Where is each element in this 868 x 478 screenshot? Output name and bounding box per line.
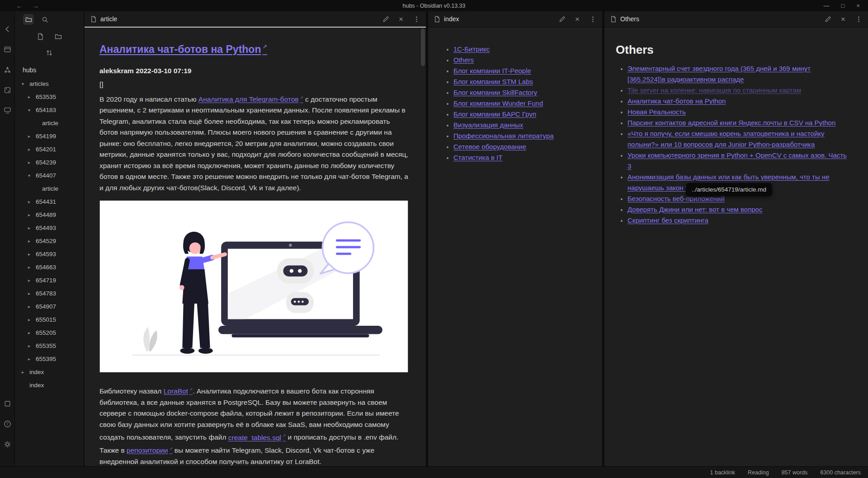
index-link[interactable]: Статистика в IT xyxy=(453,154,502,161)
backlink-count[interactable]: 1 backlink xyxy=(710,469,736,476)
collapse-sidebar-icon[interactable] xyxy=(3,25,11,33)
tree-item[interactable]: ▾ 654407 xyxy=(15,169,84,182)
help-icon[interactable]: ? xyxy=(3,420,11,428)
index-pane-header[interactable]: index × xyxy=(428,11,602,28)
close-button[interactable]: × xyxy=(856,3,860,9)
tree-item-label: index xyxy=(29,369,44,375)
list-item: Элементарный счет звездного года (365 дн… xyxy=(627,63,848,85)
collapse-arrow-icon: ▾ xyxy=(28,173,36,178)
article-tab: article xyxy=(90,15,117,23)
minimize-button[interactable]: — xyxy=(824,3,830,9)
tree-item[interactable]: ▸ 655015 xyxy=(15,313,84,326)
tree-item[interactable]: ▾ 654183 xyxy=(15,103,84,117)
tree-item-label: 654199 xyxy=(36,133,56,140)
others-link[interactable]: Tile server на коленке: навигация по ста… xyxy=(627,86,801,94)
index-link[interactable]: Блог компании БАРС Груп xyxy=(453,110,536,118)
history-forward-icon[interactable]: → xyxy=(33,3,39,9)
slides-icon[interactable] xyxy=(3,106,11,114)
tree-item[interactable]: ▸ 653535 xyxy=(15,90,84,103)
tree-item[interactable]: ▸ 654529 xyxy=(15,234,84,248)
article-pane-header[interactable]: article × xyxy=(85,11,426,28)
tree-item[interactable]: ▸ 654493 xyxy=(15,221,84,234)
files-tab-icon[interactable] xyxy=(23,14,34,25)
collapse-arrow-icon: ▸ xyxy=(28,291,36,296)
index-link[interactable]: 1С-Битрикс xyxy=(453,45,490,53)
random-note-icon[interactable] xyxy=(3,86,11,94)
quick-switcher-icon[interactable] xyxy=(3,45,11,53)
index-link[interactable]: Блог компании IT-People xyxy=(453,67,531,75)
others-link[interactable]: Доверять Джини или нет: вот в чем вопрос xyxy=(627,206,762,213)
others-link[interactable]: Скриптинг без скриптинга xyxy=(627,216,708,224)
telegram-analytics-link[interactable]: Аналитика для Telegram-ботов xyxy=(198,95,303,103)
edit-mode-icon[interactable] xyxy=(382,15,390,23)
index-link[interactable]: Блог компании STM Labs xyxy=(453,78,533,85)
tree-item[interactable]: ▸ 654431 xyxy=(15,195,84,208)
maximize-button[interactable]: □ xyxy=(841,3,845,9)
index-link[interactable]: Сетевое оборудование xyxy=(453,143,526,150)
others-link[interactable]: «Что я получу, если смешаю корень златоц… xyxy=(627,130,825,148)
settings-icon[interactable] xyxy=(3,440,11,448)
tree-item[interactable]: article xyxy=(15,182,84,195)
close-pane-icon[interactable]: × xyxy=(397,15,405,23)
tree-item[interactable]: ▸ 654593 xyxy=(15,248,84,261)
create-tables-link[interactable]: create_tables.sql xyxy=(228,434,286,441)
vault-switcher-icon[interactable] xyxy=(3,399,11,408)
graph-view-icon[interactable] xyxy=(3,66,11,74)
tree-item[interactable]: index xyxy=(15,379,84,392)
close-pane-icon[interactable]: × xyxy=(573,15,581,23)
tree-item-label: 654239 xyxy=(36,159,56,166)
index-link[interactable]: Визуализация данных xyxy=(453,121,523,129)
collapse-arrow-icon: ▸ xyxy=(28,330,36,335)
repository-link[interactable]: репозитории xyxy=(127,446,172,454)
collapse-arrow-icon: ▸ xyxy=(28,94,36,99)
close-pane-icon[interactable]: × xyxy=(839,15,847,23)
tree-item[interactable]: ▸ 654783 xyxy=(15,287,84,300)
view-mode-indicator[interactable]: Reading xyxy=(748,469,769,476)
collapse-arrow-icon: ▸ xyxy=(28,147,36,152)
tree-item[interactable]: ▸ 654489 xyxy=(15,208,84,221)
index-link[interactable]: Others xyxy=(453,56,474,64)
others-link[interactable]: Уроки компьютерного зрения в Python + Op… xyxy=(627,151,847,170)
more-options-icon[interactable] xyxy=(854,15,863,23)
article-tab-title: article xyxy=(100,15,117,23)
tree-item[interactable]: ▸ 655395 xyxy=(15,352,84,366)
index-link[interactable]: Блог компании SkillFactory xyxy=(453,89,537,96)
others-link[interactable]: Аналитика чат-ботов на Python xyxy=(627,97,726,105)
note-title-link[interactable]: Аналитика чат-ботов на Python xyxy=(99,43,267,55)
scrollbar-thumb[interactable] xyxy=(421,28,425,66)
sidebar-tabs xyxy=(15,11,84,28)
tree-item[interactable]: ▸ 654201 xyxy=(15,143,84,156)
others-link[interactable]: Новая Реальность xyxy=(627,108,686,116)
tree-item[interactable]: ▸ 655355 xyxy=(15,339,84,352)
history-back-icon[interactable]: ← xyxy=(16,3,23,9)
search-tab-icon[interactable] xyxy=(39,14,50,25)
more-options-icon[interactable] xyxy=(412,15,420,23)
tree-item[interactable]: ▸ 654907 xyxy=(15,300,84,313)
tree-item[interactable]: ▾ articles xyxy=(15,77,84,90)
new-note-button[interactable] xyxy=(36,32,45,41)
index-link[interactable]: Профессиональная литература xyxy=(453,132,554,140)
new-folder-button[interactable] xyxy=(54,32,63,41)
text-run: В 2020 году я написал статью xyxy=(99,95,198,103)
list-item: Others xyxy=(453,55,592,66)
tree-item[interactable]: ▸ 654663 xyxy=(15,261,84,274)
tree-item[interactable]: ▸ index xyxy=(15,366,84,379)
others-pane-header[interactable]: Others × xyxy=(604,11,868,28)
tree-item[interactable]: article xyxy=(15,117,84,130)
others-link[interactable]: Элементарный счет звездного года (365 дн… xyxy=(627,65,811,83)
edit-mode-icon[interactable] xyxy=(824,15,832,23)
collapse-arrow-icon: ▸ xyxy=(28,252,36,257)
collapse-arrow-icon: ▸ xyxy=(28,265,36,270)
collapse-arrow-icon: ▸ xyxy=(28,199,36,204)
others-link[interactable]: Парсинг контактов адресной книги Яндекс.… xyxy=(627,119,835,127)
tree-item[interactable]: ▸ 655205 xyxy=(15,326,84,339)
tree-item[interactable]: ▸ 654239 xyxy=(15,156,84,169)
index-link[interactable]: Блог компании Wunder Fund xyxy=(453,99,543,107)
sort-order-button[interactable] xyxy=(45,48,54,57)
article-illustration xyxy=(99,201,408,372)
tree-item[interactable]: ▸ 654199 xyxy=(15,130,84,143)
edit-mode-icon[interactable] xyxy=(558,15,566,23)
more-options-icon[interactable] xyxy=(589,15,597,23)
lorabot-link[interactable]: LoraBot xyxy=(164,387,193,395)
tree-item[interactable]: ▸ 654719 xyxy=(15,274,84,287)
